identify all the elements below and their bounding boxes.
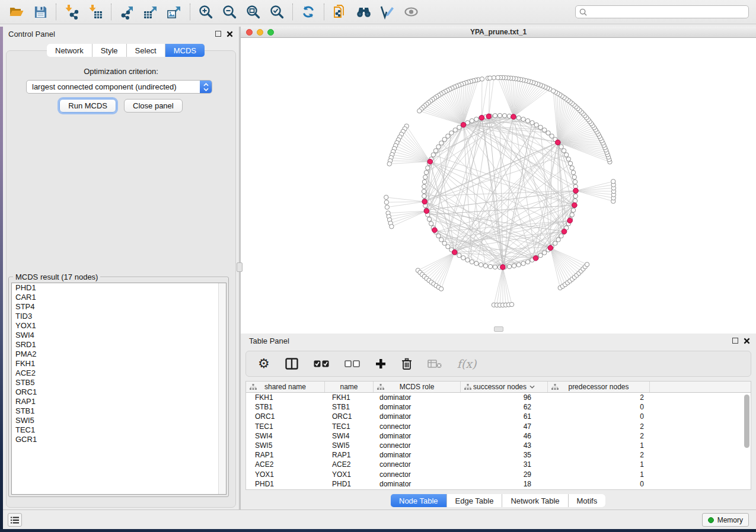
table-cell: ORC1 [325, 412, 374, 421]
delete-table-icon[interactable] [428, 359, 442, 368]
table-scrollbar[interactable] [744, 395, 749, 488]
zoom-out-button[interactable] [218, 2, 241, 22]
vertical-splitter-handle[interactable] [237, 262, 243, 272]
import-network-button[interactable] [60, 2, 84, 22]
network-window-titlebar[interactable]: YPA_prune.txt_1 [241, 27, 756, 38]
table-row[interactable]: ORC1ORC1dominator610 [246, 412, 751, 421]
table-tab-node-table[interactable]: Node Table [391, 494, 447, 507]
close-panel-icon[interactable] [227, 31, 233, 37]
mcds-result-item[interactable]: SRD1 [12, 340, 226, 350]
mcds-result-item[interactable]: FKH1 [12, 359, 226, 368]
desktop-wallpaper-edge [0, 27, 3, 529]
mcds-result-item[interactable]: RAP1 [12, 397, 226, 406]
table-scrollbar-thumb[interactable] [744, 395, 749, 448]
run-mcds-button[interactable]: Run MCDS [59, 99, 116, 113]
table-cell: 1 [548, 470, 650, 479]
mcds-result-item[interactable]: ORC1 [12, 387, 226, 397]
memory-status-icon [708, 517, 714, 523]
column-header-successor-nodes[interactable]: successor nodes [461, 382, 548, 392]
network-graph[interactable] [241, 38, 756, 334]
mcds-result-item[interactable]: SWI4 [12, 331, 226, 340]
first-neighbors-button[interactable] [352, 2, 375, 22]
table-tab-network-table[interactable]: Network Table [502, 494, 568, 507]
table-cell: 0 [548, 403, 650, 411]
table-row[interactable]: FKH1FKH1dominator962 [246, 393, 751, 402]
mcds-result-item[interactable]: TID3 [12, 312, 226, 321]
close-table-panel-icon[interactable] [744, 338, 750, 344]
float-table-panel-icon[interactable] [732, 338, 738, 344]
table-cell: connector [374, 460, 461, 469]
new-network-from-selection-button[interactable] [328, 2, 352, 22]
zoom-fit-button[interactable] [241, 2, 265, 22]
tab-select[interactable]: Select [127, 44, 165, 57]
function-builder-icon[interactable]: f(x) [457, 357, 477, 370]
column-header-predecessor-nodes[interactable]: predecessor nodes [548, 382, 650, 392]
tab-mcds[interactable]: MCDS [165, 44, 205, 57]
hide-selected-button[interactable] [399, 2, 423, 22]
zoom-fit-icon [245, 4, 261, 20]
show-hide-graphics-details-button[interactable] [375, 2, 399, 22]
tab-style[interactable]: Style [92, 44, 127, 57]
table-row[interactable]: SWI5SWI5connector431 [246, 441, 751, 450]
export-network-button[interactable] [115, 2, 139, 22]
mcds-result-item[interactable]: ACE2 [12, 368, 226, 378]
refresh-button[interactable] [296, 2, 320, 22]
mcds-result-item[interactable]: YOX1 [12, 321, 226, 331]
search-box[interactable] [575, 5, 749, 18]
export-image-button[interactable] [162, 2, 186, 22]
import-table-button[interactable] [84, 2, 107, 22]
float-panel-icon[interactable] [215, 31, 221, 37]
table-row[interactable]: PHD1PHD1dominator180 [246, 479, 751, 489]
table-row[interactable]: STB1STB1dominator620 [246, 402, 751, 412]
status-bar: Memory [0, 509, 756, 529]
column-visibility-icon[interactable] [285, 358, 298, 370]
memory-button[interactable]: Memory [702, 513, 749, 527]
mcds-result-item[interactable]: STP4 [12, 302, 226, 312]
mcds-result-item[interactable]: TEC1 [12, 425, 226, 435]
table-row[interactable]: YOX1YOX1connector291 [246, 470, 751, 479]
optimization-criterion-dropdown[interactable]: largest connected component (undirected) [26, 80, 212, 94]
delete-column-icon[interactable] [401, 358, 412, 370]
table-tab-motifs[interactable]: Motifs [569, 494, 606, 507]
mcds-result-item[interactable]: STB1 [12, 406, 226, 416]
export-network-icon [119, 4, 135, 20]
table-row[interactable]: SWI4SWI4dominator462 [246, 431, 751, 441]
table-cell: connector [374, 422, 461, 431]
desktop-wallpaper-bottom [0, 529, 756, 532]
column-header-name[interactable]: name [325, 382, 374, 392]
table-cell: 2 [548, 393, 650, 402]
column-header-MCDS-role[interactable]: MCDS role [374, 382, 461, 392]
mcds-result-item[interactable]: SWI5 [12, 416, 226, 425]
table-options-icon[interactable]: ⚙ [258, 357, 270, 370]
application-window: Control Panel NetworkStyleSelectMCDS Opt… [0, 0, 756, 529]
open-file-button[interactable] [5, 2, 28, 22]
zoom-in-button[interactable] [194, 2, 218, 22]
mcds-result-item[interactable]: PMA2 [12, 350, 226, 359]
task-history-button[interactable] [8, 513, 22, 527]
horizontal-splitter-handle[interactable] [494, 326, 503, 332]
column-header-shared-name[interactable]: shared name [246, 382, 325, 392]
export-table-button[interactable] [139, 2, 162, 22]
zoom-selected-button[interactable] [265, 2, 289, 22]
mcds-result-item[interactable]: CAR1 [12, 293, 226, 302]
table-row[interactable]: TEC1TEC1connector472 [246, 422, 751, 431]
mcds-result-item[interactable]: STB5 [12, 378, 226, 387]
table-panel-title: Table Panel [249, 336, 289, 345]
save-session-button[interactable] [28, 2, 52, 22]
tab-network[interactable]: Network [47, 44, 92, 57]
deselect-all-icon[interactable] [344, 360, 360, 368]
network-canvas[interactable] [241, 38, 756, 334]
table-cell: connector [374, 441, 461, 450]
table-row[interactable]: RAP1RAP1dominator352 [246, 450, 751, 460]
mcds-result-item[interactable]: PHD1 [12, 283, 226, 293]
mcds-result-list[interactable]: PHD1CAR1STP4TID3YOX1SWI4SRD1PMA2FKH1ACE2… [11, 283, 227, 495]
add-column-icon[interactable] [375, 358, 386, 369]
table-tab-edge-table[interactable]: Edge Table [447, 494, 503, 507]
select-all-icon[interactable] [314, 360, 329, 368]
close-panel-button[interactable]: Close panel [124, 99, 183, 113]
table-row[interactable]: ACE2ACE2connector311 [246, 460, 751, 469]
mcds-result-item[interactable]: GCR1 [12, 435, 226, 444]
mcds-list-scrollbar[interactable] [218, 283, 226, 494]
graphics-details-icon [379, 4, 395, 20]
search-input[interactable] [590, 8, 745, 16]
